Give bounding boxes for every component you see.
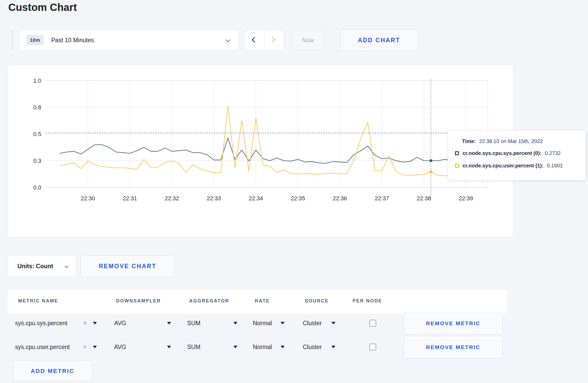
y-axis-label: 0.0 xyxy=(33,184,41,191)
aggregator-caret-icon[interactable] xyxy=(233,346,237,348)
header-per-node: PER NODE xyxy=(353,298,382,304)
x-axis-label: 22:31 xyxy=(123,195,137,202)
time-window-dropdown[interactable]: 10m Past 10 Minutes xyxy=(19,30,239,51)
hover-point-cr.node.sys.cpu.user.percent xyxy=(430,170,432,173)
tooltip-user-name: cr.node.sys.cpu.user.percent (1): xyxy=(463,163,543,169)
next-time-button[interactable] xyxy=(264,30,284,50)
add-chart-button[interactable]: ADD CHART xyxy=(340,29,418,51)
aggregator-caret-icon[interactable] xyxy=(233,322,237,324)
source-caret-icon[interactable] xyxy=(331,346,335,348)
source-caret-icon[interactable] xyxy=(331,322,335,324)
header-metric-name: METRIC NAME xyxy=(18,298,58,304)
metric-row: sys.cpu.user.percent × AVG SUM Normal Cl… xyxy=(8,335,507,359)
tooltip-time-value: 22:38:10 on Mar 15th, 2022 xyxy=(479,138,543,144)
user-series-marker-icon xyxy=(455,164,459,168)
time-nav-group xyxy=(244,30,284,51)
metrics-table-header: METRIC NAME DOWNSAMPLER AGGREGATOR RATE … xyxy=(8,290,507,314)
hover-point-cr.node.sys.cpu.sys.percent xyxy=(430,159,432,162)
time-window-label: Past 10 Minutes xyxy=(51,37,94,44)
chart-card: 0.00.30.50.81.022:3022:3122:3222:3322:34… xyxy=(8,65,513,237)
clear-metric-icon[interactable]: × xyxy=(83,311,87,335)
metric-name-caret-icon[interactable] xyxy=(93,346,97,348)
sys-series-marker-icon xyxy=(455,151,459,155)
tooltip-time-label: Time: xyxy=(462,138,476,144)
per-node-checkbox[interactable] xyxy=(369,344,376,350)
units-label: Units: Count xyxy=(17,263,53,269)
x-axis-label: 22:37 xyxy=(375,195,389,202)
metric-row: sys.cpu.sys.percent × AVG SUM Normal Clu… xyxy=(8,311,507,335)
clear-metric-icon[interactable]: × xyxy=(83,335,87,359)
remove-metric-button[interactable]: REMOVE METRIC xyxy=(404,312,502,335)
y-axis-label: 0.5 xyxy=(33,131,41,137)
source-select[interactable]: Cluster xyxy=(303,335,322,359)
rate-caret-icon[interactable] xyxy=(281,322,285,324)
downsampler-caret-icon[interactable] xyxy=(167,322,171,324)
source-select[interactable]: Cluster xyxy=(303,311,322,335)
chevron-left-icon xyxy=(252,37,257,42)
now-button[interactable]: Now xyxy=(292,30,324,51)
x-axis-label: 22:34 xyxy=(249,195,263,202)
y-axis-label: 0.3 xyxy=(33,158,41,164)
aggregator-select[interactable]: SUM xyxy=(187,335,200,359)
y-axis-label: 0.8 xyxy=(33,104,41,111)
chevron-right-icon xyxy=(270,37,275,42)
remove-metric-button[interactable]: REMOVE METRIC xyxy=(404,336,502,358)
aggregator-select[interactable]: SUM xyxy=(187,311,200,335)
remove-chart-button[interactable]: REMOVE CHART xyxy=(81,255,174,277)
tooltip-sys-name: cr.node.sys.cpu.sys.percent (0): xyxy=(463,150,542,156)
metric-name-value[interactable]: sys.cpu.sys.percent xyxy=(15,311,67,335)
x-axis-label: 22:38 xyxy=(417,195,431,202)
rate-select[interactable]: Normal xyxy=(253,311,272,335)
downsampler-select[interactable]: AVG xyxy=(114,311,126,335)
x-axis-label: 22:36 xyxy=(333,195,347,202)
header-downsampler: DOWNSAMPLER xyxy=(116,298,161,304)
x-axis-label: 22:32 xyxy=(165,195,179,202)
prev-time-button[interactable] xyxy=(245,30,264,50)
per-node-checkbox[interactable] xyxy=(369,320,376,327)
header-source: SOURCE xyxy=(305,298,329,304)
units-dropdown[interactable]: Units: Count xyxy=(8,255,76,277)
custom-chart-plot[interactable]: 0.00.30.50.81.022:3022:3122:3222:3322:34… xyxy=(8,65,514,237)
rate-caret-icon[interactable] xyxy=(281,346,285,348)
tooltip-user-value: 0.1601 xyxy=(547,163,563,169)
header-aggregator: AGGREGATOR xyxy=(189,298,229,304)
header-rate: RATE xyxy=(255,298,270,304)
tooltip-sys-value: 0.2732 xyxy=(545,150,561,156)
chevron-down-icon xyxy=(225,37,230,42)
rate-select[interactable]: Normal xyxy=(253,335,272,359)
x-axis-label: 22:39 xyxy=(459,195,473,202)
downsampler-caret-icon[interactable] xyxy=(167,346,171,348)
metric-name-value[interactable]: sys.cpu.user.percent xyxy=(15,335,70,359)
chart-tooltip: Time: 22:38:10 on Mar 15th, 2022 cr.node… xyxy=(448,130,586,180)
toolbar-left-divider xyxy=(12,30,12,50)
y-axis-label: 1.0 xyxy=(33,77,41,84)
metric-name-caret-icon[interactable] xyxy=(93,322,97,324)
time-window-badge: 10m xyxy=(26,35,44,45)
series-line-cr.node.sys.cpu.sys.percent xyxy=(60,138,480,164)
chevron-down-icon xyxy=(65,264,68,268)
x-axis-label: 22:35 xyxy=(291,195,305,202)
add-metric-button[interactable]: ADD METRIC xyxy=(13,361,92,381)
x-axis-label: 22:33 xyxy=(207,195,221,202)
downsampler-select[interactable]: AVG xyxy=(114,335,126,359)
x-axis-label: 22:30 xyxy=(81,195,95,202)
series-line-cr.node.sys.cpu.user.percent xyxy=(60,106,480,176)
custom-chart-page: Custom Chart 10m Past 10 Minutes Now ADD… xyxy=(0,0,588,383)
page-title: Custom Chart xyxy=(8,2,77,13)
